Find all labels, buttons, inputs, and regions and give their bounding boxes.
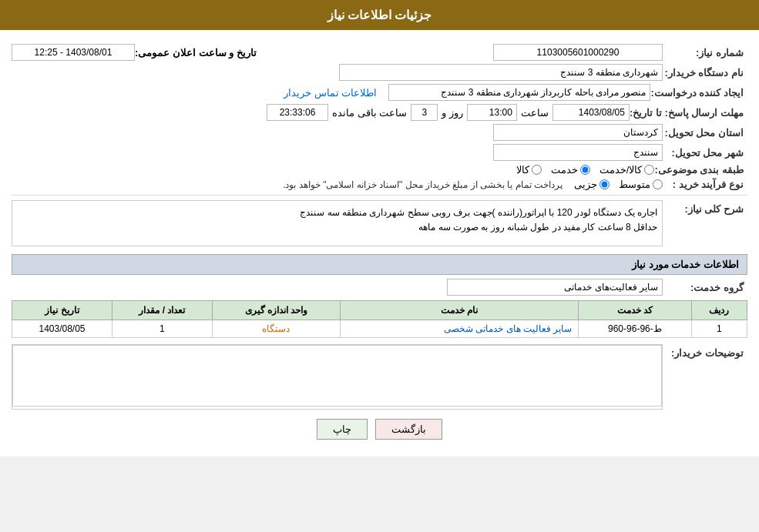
purchase-note: پرداخت تمام یا بخشی از مبلغ خریداز محل "… [283, 179, 563, 190]
back-button[interactable]: بازگشت [375, 419, 442, 440]
services-title-text: اطلاعات خدمات مورد نیاز [632, 259, 739, 270]
purchase-radio-group: متوسط جزیی [574, 179, 663, 190]
deadline-time-input [467, 104, 517, 121]
radio-jazii-label: جزیی [574, 179, 597, 190]
radio-kala[interactable] [532, 165, 542, 175]
category-radio-group: کالا/خدمت خدمت کالا [516, 164, 655, 176]
deadline-day-input [411, 104, 438, 121]
radio-mootaset[interactable] [653, 179, 663, 189]
col-header-qty: تعداد / مقدار [112, 301, 212, 320]
col-header-unit: واحد اندازه گیری [212, 301, 340, 320]
page-header: جزئیات اطلاعات نیاز [0, 0, 759, 30]
buyer-org-label: نام دستگاه خریدار: [663, 67, 747, 79]
purchase-type-label: نوع فرآیند خرید : [663, 179, 747, 190]
radio-jazii-item: جزیی [574, 179, 610, 190]
buyer-org-input [339, 64, 663, 81]
radio-jazii[interactable] [599, 179, 610, 189]
buyer-desc-box [12, 344, 663, 410]
deadline-row: مهلت ارسال پاسخ: تا تاریخ: ساعت روز و سا… [12, 104, 747, 121]
radio-khedmat[interactable] [580, 165, 590, 175]
province-row: استان محل تحویل: [12, 124, 747, 141]
col-header-row: ردیف [691, 301, 747, 320]
radio-kala-khedmat-item: کالا/خدمت [599, 164, 655, 176]
datetime-input [12, 44, 135, 61]
category-label: طبقه بندی موضوعی: [654, 164, 747, 176]
service-group-input [447, 279, 663, 296]
radio-kala-label: کالا [516, 164, 529, 176]
radio-kala-item: کالا [516, 164, 542, 176]
col-header-date: تاریخ نیاز [12, 301, 113, 320]
city-input [493, 144, 663, 161]
col-header-name: نام خدمت [341, 301, 579, 320]
day-label: روز و [438, 107, 467, 119]
content-area: شماره نیاز: تاریخ و ساعت اعلان عمومی: نا… [0, 30, 759, 457]
province-input [493, 124, 663, 141]
description-label: شرح کلی نیاز: [663, 200, 747, 215]
service-group-row: گروه خدمت: [12, 279, 747, 296]
header-title: جزئیات اطلاعات نیاز [327, 8, 432, 22]
purchase-type-row: نوع فرآیند خرید : متوسط جزیی پرداخت تمام… [12, 179, 747, 190]
page-wrapper: جزئیات اطلاعات نیاز شماره نیاز: تاریخ و … [0, 0, 759, 457]
buyer-desc-textarea[interactable] [12, 345, 662, 407]
radio-khedmat-item: خدمت [551, 164, 590, 176]
radio-kala-khedmat-label: کالا/خدمت [599, 164, 643, 176]
services-table: ردیف کد خدمت نام خدمت واحد اندازه گیری ت… [12, 300, 747, 338]
service-group-label: گروه خدمت: [663, 282, 747, 293]
creator-label: ایجاد کننده درخواست: [650, 87, 747, 99]
radio-khedmat-label: خدمت [551, 164, 578, 176]
category-row: طبقه بندی موضوعی: کالا/خدمت خدمت کالا [12, 164, 747, 176]
print-button[interactable]: چاپ [317, 419, 368, 440]
col-header-code: کد خدمت [579, 301, 691, 320]
creator-row: ایجاد کننده درخواست: اطلاعات تماس خریدار [12, 84, 747, 101]
need-number-row: شماره نیاز: تاریخ و ساعت اعلان عمومی: [12, 44, 747, 61]
city-label: شهر محل تحویل: [663, 147, 747, 159]
table-row: 1ط-96-96-960سایر فعالیت های خدماتی شخصید… [12, 320, 747, 338]
description-row: شرح کلی نیاز: اجاره یک دستگاه لودر 120 ب… [12, 200, 747, 246]
description-box: اجاره یک دستگاه لودر 120 با اپراتور(رانن… [12, 200, 663, 246]
creator-input [388, 84, 650, 101]
buyer-org-row: نام دستگاه خریدار: [12, 64, 747, 81]
contact-link[interactable]: اطلاعات تماس خریدار [284, 87, 377, 99]
button-row: بازگشت چاپ [12, 419, 747, 440]
buyer-desc-label: توضیحات خریدار: [663, 344, 747, 359]
time-label: ساعت [517, 107, 552, 119]
deadline-date-input [552, 104, 630, 121]
datetime-label: تاریخ و ساعت اعلان عمومی: [135, 47, 260, 59]
buyer-desc-row: توضیحات خریدار: [12, 344, 747, 410]
city-row: شهر محل تحویل: [12, 144, 747, 161]
province-label: استان محل تحویل: [663, 127, 747, 139]
deadline-label: مهلت ارسال پاسخ: تا تاریخ: [630, 107, 747, 119]
need-number-input [493, 44, 663, 61]
description-text: اجاره یک دستگاه لودر 120 با اپراتور(رانن… [300, 207, 657, 233]
radio-mootaset-label: متوسط [619, 179, 650, 190]
services-section-title: اطلاعات خدمات مورد نیاز [12, 254, 747, 275]
radio-kala-khedmat[interactable] [644, 165, 654, 175]
remaining-label: ساعت باقی مانده [328, 107, 411, 119]
remaining-time-input [267, 104, 328, 121]
radio-mootaset-item: متوسط [619, 179, 663, 190]
need-number-label: شماره نیاز: [663, 47, 747, 59]
